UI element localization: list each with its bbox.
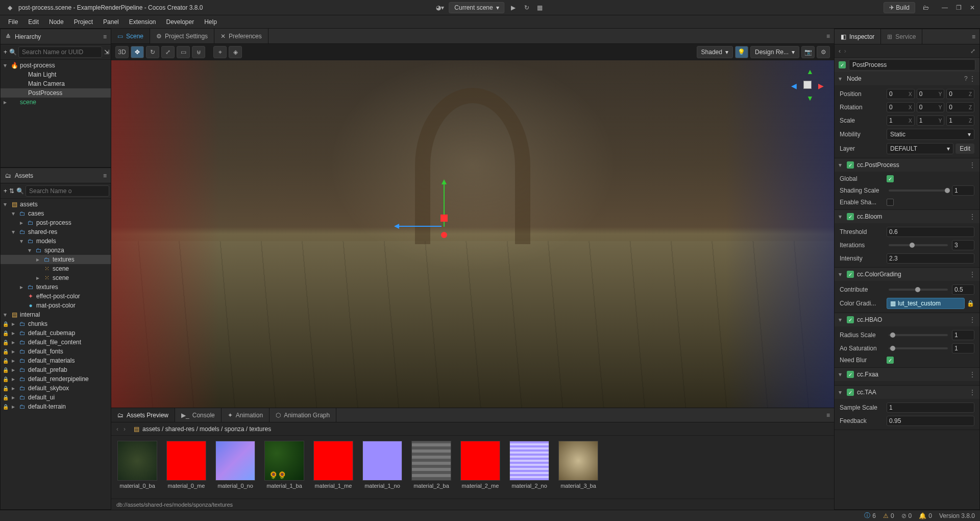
menu-icon[interactable]: ⋮ bbox=[969, 316, 975, 323]
assets-item[interactable]: ⁙scene bbox=[1, 264, 111, 273]
rotation-x[interactable]: 0X bbox=[887, 102, 915, 112]
breadcrumb-seg[interactable]: models bbox=[200, 425, 219, 433]
assets-item[interactable]: 🔒▸🗀default_prefab bbox=[1, 365, 111, 374]
hierarchy-item[interactable]: ▾🔥post-process bbox=[1, 61, 111, 70]
breadcrumb-seg[interactable]: shared-res bbox=[165, 425, 194, 433]
assets-item[interactable]: ●mat-post-color bbox=[1, 301, 111, 310]
scale-tool[interactable]: ⤢ bbox=[161, 46, 175, 58]
help-icon[interactable]: ? bbox=[964, 75, 968, 82]
component-enabled-checkbox[interactable] bbox=[847, 316, 854, 323]
asset-tile[interactable]: material_0_ba bbox=[117, 441, 157, 493]
breadcrumb-seg[interactable]: assets bbox=[142, 425, 160, 433]
section-node[interactable]: ▾Node ? ⋮ bbox=[835, 72, 979, 85]
component-header[interactable]: ▾cc.Bloom⋮ bbox=[835, 210, 979, 223]
component-enabled-checkbox[interactable] bbox=[847, 271, 854, 278]
open-folder-icon[interactable]: 🗁 bbox=[921, 3, 930, 12]
number-input[interactable]: 1 bbox=[952, 185, 974, 196]
navigation-gizmo[interactable]: ▲▼◀▶ bbox=[789, 66, 825, 102]
asset-field[interactable]: ▦lut_test_custom bbox=[887, 298, 965, 309]
checkbox[interactable] bbox=[887, 357, 894, 364]
assets-item[interactable]: ▸⁙scene bbox=[1, 273, 111, 282]
tab-animation[interactable]: ✦Animation bbox=[222, 408, 270, 422]
back-icon[interactable]: ‹ bbox=[839, 48, 841, 55]
scale-x[interactable]: 1X bbox=[887, 115, 915, 126]
number-input[interactable]: 1 bbox=[952, 343, 974, 353]
assets-item[interactable]: ▾🗀cases bbox=[1, 209, 111, 218]
asset-tile[interactable]: material_2_me bbox=[460, 441, 500, 493]
bell-icon[interactable]: 🔔 bbox=[919, 512, 926, 519]
asset-tile[interactable]: material_1_no bbox=[362, 441, 402, 493]
assets-item[interactable]: ▾🗀sponza bbox=[1, 246, 111, 255]
assets-item[interactable]: 🔒▸🗀default_skybox bbox=[1, 384, 111, 393]
gear-icon[interactable]: ⚙ bbox=[817, 46, 830, 58]
node-enabled-checkbox[interactable] bbox=[839, 61, 846, 68]
position-y[interactable]: 0Y bbox=[917, 89, 945, 99]
collapse-icon[interactable]: ⇲ bbox=[104, 49, 109, 56]
menu-help[interactable]: Help bbox=[200, 17, 221, 27]
position-x[interactable]: 0X bbox=[887, 89, 915, 99]
menu-icon[interactable]: ⋮ bbox=[969, 161, 975, 169]
component-header[interactable]: ▾cc.Fxaa⋮ bbox=[835, 368, 979, 381]
asset-tile[interactable]: material_1_me bbox=[313, 441, 353, 493]
scale-z[interactable]: 1Z bbox=[946, 115, 974, 126]
number-input[interactable]: 3 bbox=[952, 240, 974, 250]
build-button[interactable]: ✈ Build bbox=[884, 2, 915, 13]
add-icon[interactable]: + bbox=[4, 49, 7, 56]
tab-inspector[interactable]: ◧Inspector bbox=[835, 29, 881, 44]
asset-tile[interactable]: material_0_me bbox=[166, 441, 206, 493]
asset-tile[interactable]: material_0_no bbox=[215, 441, 255, 493]
assets-item[interactable]: 🔒▸🗀default-terrain bbox=[1, 402, 111, 411]
slider[interactable] bbox=[889, 190, 948, 192]
component-header[interactable]: ▾cc.TAA⋮ bbox=[835, 386, 979, 399]
assets-item[interactable]: ✦effect-post-color bbox=[1, 292, 111, 301]
number-input[interactable]: 1 bbox=[887, 402, 974, 413]
hierarchy-item[interactable]: Main Camera bbox=[1, 79, 111, 88]
component-header[interactable]: ▾cc.HBAO⋮ bbox=[835, 313, 979, 326]
view-3d-toggle[interactable]: 3D bbox=[115, 46, 129, 58]
tab-animation-graph[interactable]: ⬡Animation Graph bbox=[270, 408, 336, 422]
component-header[interactable]: ▾cc.ColorGrading⋮ bbox=[835, 268, 979, 281]
menu-developer[interactable]: Developer bbox=[162, 17, 198, 27]
transform-tool[interactable]: ⊎ bbox=[192, 46, 205, 58]
slider[interactable] bbox=[889, 244, 948, 246]
add-icon[interactable]: + bbox=[4, 187, 7, 195]
lock-icon[interactable]: 🔒 bbox=[967, 300, 974, 307]
viewport-3d[interactable]: ▲▼◀▶ bbox=[111, 60, 834, 408]
qr-icon[interactable]: ▦ bbox=[535, 3, 545, 12]
component-header[interactable]: ▾cc.PostProcess⋮ bbox=[835, 158, 979, 172]
assets-search[interactable] bbox=[26, 185, 109, 197]
number-input[interactable]: 2.3 bbox=[887, 253, 974, 264]
menu-icon[interactable]: ⋮ bbox=[969, 389, 975, 396]
minimize-icon[interactable]: — bbox=[942, 4, 948, 11]
warn-icon[interactable]: ⚠ bbox=[883, 512, 889, 519]
back-icon[interactable]: ‹ bbox=[116, 425, 118, 433]
asset-tile[interactable]: material_3_ba bbox=[558, 441, 598, 493]
number-input[interactable]: 0.6 bbox=[887, 227, 974, 237]
checkbox[interactable] bbox=[887, 199, 894, 206]
breadcrumb-seg[interactable]: textures bbox=[250, 425, 272, 433]
hierarchy-search[interactable] bbox=[18, 46, 102, 58]
assets-item[interactable]: 🔒▸🗀default_fonts bbox=[1, 347, 111, 356]
camera-icon[interactable]: 📷 bbox=[801, 46, 815, 58]
tab-preferences[interactable]: ✕Preferences bbox=[214, 29, 268, 43]
hierarchy-item[interactable]: Main Light bbox=[1, 70, 111, 79]
checkbox[interactable] bbox=[887, 175, 894, 182]
sort-icon[interactable]: ⇅ bbox=[9, 187, 14, 195]
assets-item[interactable]: ▾🗀shared-res bbox=[1, 227, 111, 236]
menu-project[interactable]: Project bbox=[70, 17, 97, 27]
layer-select[interactable]: DEFAULT▾ bbox=[887, 143, 953, 154]
menu-extension[interactable]: Extension bbox=[125, 17, 160, 27]
assets-item[interactable]: ▸🗀post-process bbox=[1, 218, 111, 227]
asset-tile[interactable]: material_2_no bbox=[509, 441, 549, 493]
search-icon[interactable]: 🔍 bbox=[16, 187, 23, 195]
component-enabled-checkbox[interactable] bbox=[847, 371, 854, 378]
number-input[interactable]: 1 bbox=[952, 330, 974, 340]
menu-edit[interactable]: Edit bbox=[24, 17, 43, 27]
assets-item[interactable]: ▾🗀models bbox=[1, 236, 111, 246]
assets-item[interactable]: ▸🗀textures bbox=[1, 282, 111, 292]
rotation-y[interactable]: 0Y bbox=[917, 102, 945, 112]
assets-item[interactable]: ▾▤assets bbox=[1, 200, 111, 209]
maximize-icon[interactable]: ❐ bbox=[956, 4, 962, 11]
menu-panel[interactable]: Panel bbox=[99, 17, 123, 27]
pivot-toggle[interactable]: ⌖ bbox=[213, 46, 227, 58]
